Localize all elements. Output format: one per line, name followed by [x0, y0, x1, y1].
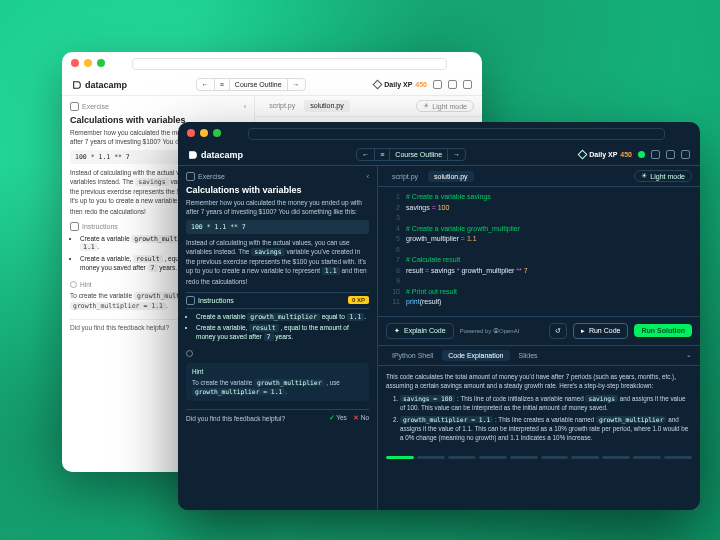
explanation-panel: This code calculates the total amount of…: [378, 366, 700, 452]
list-bullet-icon: [186, 296, 195, 305]
progress-segment: [602, 456, 630, 459]
sun-icon: ☀: [641, 172, 647, 180]
layout-icon[interactable]: [651, 150, 660, 159]
dark-main-panel: script.py solution.py ☀Light mode 1# Cre…: [378, 166, 700, 510]
feedback-no[interactable]: ✕ No: [353, 414, 369, 422]
output-tabs: IPython Shell Code Explanation Slides ⌄: [378, 346, 700, 366]
progress-segment: [633, 456, 661, 459]
menu-icon[interactable]: [681, 150, 690, 159]
progress-segment: [386, 456, 414, 459]
theme-toggle[interactable]: ☀Light mode: [416, 100, 474, 112]
tab-script[interactable]: script.py: [263, 100, 301, 112]
list-icon[interactable]: ≡: [375, 149, 390, 160]
video-icon[interactable]: [666, 150, 675, 159]
tab-ipython-shell[interactable]: IPython Shell: [386, 350, 439, 361]
address-bar-dark[interactable]: [248, 128, 665, 140]
progress-bar: [378, 451, 700, 466]
daily-xp: Daily XP 450: [374, 81, 427, 88]
tab-solution[interactable]: solution.py: [304, 100, 349, 112]
instructions-list: Create a variable growth_multiplier equa…: [186, 313, 369, 342]
doc-icon: [70, 102, 79, 111]
next-icon[interactable]: →: [288, 79, 305, 90]
xp-badge: 0 XP: [348, 296, 369, 304]
progress-segment: [510, 456, 538, 459]
zoom-dot[interactable]: [97, 59, 105, 67]
next-icon[interactable]: →: [448, 149, 465, 160]
editor-tabs: script.py solution.py ☀Light mode: [378, 166, 700, 187]
close-dot[interactable]: [71, 59, 79, 67]
action-bar: ✦Explain Code Powered by ⦿OpenAI ↺ ▸Run …: [378, 316, 700, 346]
doc-icon: [186, 172, 195, 181]
collapse-icon[interactable]: ‹: [244, 103, 246, 110]
light-topbar: datacamp ← ≡ Course Outline → Daily XP 4…: [62, 74, 482, 96]
play-icon: ▸: [581, 327, 585, 335]
minimize-dot[interactable]: [200, 129, 208, 137]
tab-code-explanation[interactable]: Code Explanation: [442, 350, 509, 361]
address-bar[interactable]: [132, 58, 447, 70]
video-icon[interactable]: [448, 80, 457, 89]
brand-text: datacamp: [85, 80, 127, 90]
list-icon[interactable]: ≡: [215, 79, 230, 90]
powered-by: Powered by ⦿OpenAI: [460, 328, 520, 334]
progress-segment: [541, 456, 569, 459]
dark-topbar: datacamp ← ≡ Course Outline → Daily XP 4…: [178, 144, 700, 166]
prev-icon[interactable]: ←: [357, 149, 375, 160]
run-solution-button[interactable]: Run Solution: [634, 324, 692, 337]
code-editor[interactable]: 1# Create a variable savings 2savings = …: [378, 187, 700, 316]
bulb-icon: [70, 281, 77, 288]
close-dot[interactable]: [187, 129, 195, 137]
progress-segment: [664, 456, 692, 459]
menu-icon[interactable]: [463, 80, 472, 89]
exercise-title: Calculations with variables: [186, 185, 369, 195]
expand-icon[interactable]: ⌄: [686, 351, 692, 359]
course-outline-label[interactable]: Course Outline: [230, 79, 288, 90]
daily-xp: Daily XP 450: [579, 151, 632, 158]
diamond-icon: [578, 150, 588, 160]
theme-toggle[interactable]: ☀Light mode: [634, 170, 692, 182]
status-dot-icon: [638, 151, 645, 158]
reset-button[interactable]: ↺: [549, 323, 567, 339]
collapse-icon[interactable]: ‹: [367, 173, 369, 180]
dark-exercise-panel: Exercise‹ Calculations with variables Re…: [178, 166, 378, 510]
minimize-dot[interactable]: [84, 59, 92, 67]
prev-icon[interactable]: ←: [197, 79, 215, 90]
explanation-item: growth_multiplier = 1.1 : This line crea…: [400, 415, 692, 442]
sun-icon: ☀: [423, 102, 429, 110]
zoom-dot[interactable]: [213, 129, 221, 137]
tab-solution[interactable]: solution.py: [428, 171, 473, 182]
brand-logo[interactable]: datacamp: [72, 80, 127, 90]
bulb-icon: [186, 350, 193, 357]
explanation-item: savings = 100 : This line of code initia…: [400, 394, 692, 412]
brand-text: datacamp: [201, 150, 243, 160]
progress-segment: [571, 456, 599, 459]
feedback-yes[interactable]: ✓ Yes: [329, 414, 347, 422]
course-outline-nav[interactable]: ← ≡ Course Outline →: [356, 148, 466, 161]
diamond-icon: [373, 80, 383, 90]
tab-slides[interactable]: Slides: [513, 350, 544, 361]
list-bullet-icon: [70, 222, 79, 231]
dark-window: datacamp ← ≡ Course Outline → Daily XP 4…: [178, 122, 700, 510]
feedback-row: Did you find this feedback helpful? ✓ Ye…: [186, 409, 369, 422]
course-outline-nav[interactable]: ← ≡ Course Outline →: [196, 78, 306, 91]
progress-segment: [479, 456, 507, 459]
course-outline-label[interactable]: Course Outline: [390, 149, 448, 160]
intro-code: 100 * 1.1 ** 7: [186, 220, 369, 234]
run-code-button[interactable]: ▸Run Code: [573, 323, 629, 339]
explain-code-button[interactable]: ✦Explain Code: [386, 323, 454, 339]
tab-script[interactable]: script.py: [386, 171, 424, 182]
sparkle-icon: ✦: [394, 327, 400, 335]
hint-box: Hint To create the variable growth_multi…: [186, 363, 369, 401]
instructions-bar: Instructions 0 XP: [186, 292, 369, 309]
reset-icon: ↺: [555, 327, 561, 335]
layout-icon[interactable]: [433, 80, 442, 89]
brand-logo[interactable]: datacamp: [188, 150, 243, 160]
progress-segment: [448, 456, 476, 459]
progress-segment: [417, 456, 445, 459]
